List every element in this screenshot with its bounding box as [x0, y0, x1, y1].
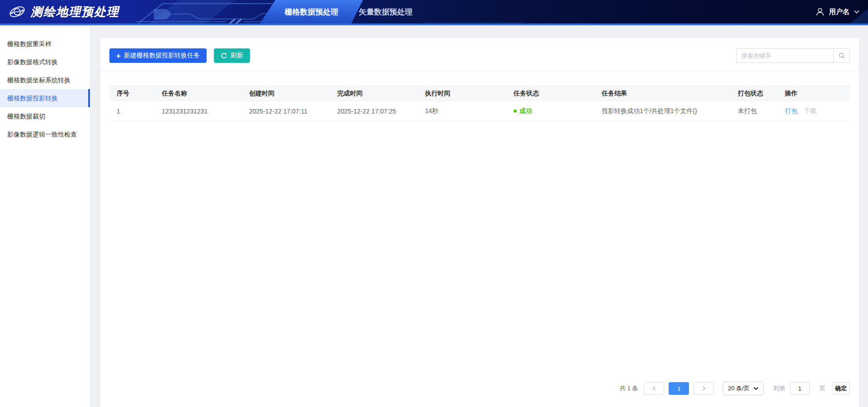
user-icon: [815, 7, 825, 17]
col-index: 序号: [109, 86, 155, 101]
search-input[interactable]: [736, 48, 833, 63]
goto-confirm-button[interactable]: 确定: [832, 382, 850, 395]
status-dot-icon: [514, 109, 517, 113]
search-icon: [838, 52, 845, 59]
col-status: 任务状态: [506, 86, 594, 101]
pagination: 共 1 条 1 20 条/页 到第 页 确定: [109, 382, 850, 395]
brand: 测绘地理预处理: [8, 0, 119, 24]
tab-label: 栅格数据预处理: [285, 7, 339, 17]
cell-duration: 14秒: [418, 101, 506, 121]
cell-actions: 打包 下载: [778, 101, 850, 121]
select-chevron-down-icon: [753, 387, 759, 390]
sidebar-item-image-logic-check[interactable]: 影像数据逻辑一致性检查: [0, 125, 90, 143]
sidebar-item-image-format-convert[interactable]: 影像数据格式转换: [0, 53, 90, 71]
app-header: 测绘地理预处理 栅格数据预处理 矢量数据预处理 用户名: [0, 0, 868, 25]
task-table: 序号 任务名称 创建时间 完成时间 执行时间 任务状态 任务结果 打包状态 操作…: [109, 85, 850, 121]
refresh-icon: [221, 52, 227, 59]
page-number-button[interactable]: 1: [669, 382, 689, 395]
sidebar-item-raster-resample[interactable]: 栅格数据重采样: [0, 35, 90, 53]
refresh-button-label: 刷新: [231, 52, 243, 60]
app-logo-icon: [8, 3, 26, 21]
app-title: 测绘地理预处理: [31, 4, 119, 20]
col-task-name: 任务名称: [155, 86, 242, 101]
tab-vector-preprocessing[interactable]: 矢量数据预处理: [356, 0, 415, 24]
col-result: 任务结果: [594, 86, 731, 101]
download-action-link[interactable]: 下载: [804, 107, 816, 114]
plus-icon: +: [116, 52, 121, 60]
cell-finished-at: 2025-12-22 17:07:25: [330, 101, 418, 121]
cell-index: 1: [109, 101, 155, 121]
page-size-label: 20 条/页: [728, 384, 750, 393]
chevron-down-icon: [854, 9, 860, 14]
new-task-button-label: 新建栅格数据投影转换任务: [124, 52, 200, 60]
prev-page-button[interactable]: [644, 382, 664, 395]
package-action-link[interactable]: 打包: [785, 107, 797, 114]
toolbar: + 新建栅格数据投影转换任务 刷新: [109, 48, 850, 63]
new-task-button[interactable]: + 新建栅格数据投影转换任务: [109, 48, 207, 63]
search-button[interactable]: [833, 48, 850, 63]
cell-created-at: 2025-12-22 17:07:11: [242, 101, 330, 121]
pagination-total: 共 1 条: [620, 384, 638, 393]
table-header-row: 序号 任务名称 创建时间 完成时间 执行时间 任务状态 任务结果 打包状态 操作: [109, 86, 850, 101]
user-name: 用户名: [829, 8, 849, 16]
next-page-button[interactable]: [693, 382, 714, 395]
col-actions: 操作: [778, 86, 850, 101]
task-table-wrap: 序号 任务名称 创建时间 完成时间 执行时间 任务状态 任务结果 打包状态 操作…: [109, 85, 850, 121]
header-circuit-decoration: [0, 0, 868, 24]
tab-raster-preprocessing[interactable]: 栅格数据预处理: [260, 0, 363, 24]
goto-page-prefix: 到第: [774, 384, 785, 393]
col-finished-at: 完成时间: [330, 86, 418, 101]
search-box: [736, 48, 850, 63]
sidebar: 栅格数据重采样 影像数据格式转换 栅格数据坐标系统转换 栅格数据投影转换 栅格数…: [0, 27, 90, 407]
refresh-button[interactable]: 刷新: [214, 48, 250, 63]
page-size-select[interactable]: 20 条/页: [723, 382, 764, 395]
chevron-right-icon: [702, 386, 706, 391]
sidebar-item-raster-projection-convert[interactable]: 栅格数据投影转换: [0, 89, 90, 107]
table-row: 1 1231231231231 2025-12-22 17:07:11 2025…: [109, 101, 850, 121]
col-duration: 执行时间: [418, 86, 506, 101]
cell-package-status: 未打包: [731, 101, 778, 121]
goto-page-suffix: 页: [820, 384, 826, 393]
sidebar-item-raster-coord-convert[interactable]: 栅格数据坐标系统转换: [0, 71, 90, 89]
content-card: + 新建栅格数据投影转换任务 刷新: [100, 38, 859, 407]
tab-label: 矢量数据预处理: [359, 7, 413, 17]
empty-space: [100, 121, 859, 382]
sidebar-item-raster-clip[interactable]: 栅格数据裁切: [0, 107, 90, 125]
cell-status: 成功: [506, 101, 594, 121]
chevron-left-icon: [652, 386, 656, 391]
cell-task-name: 1231231231231: [155, 101, 242, 121]
user-menu[interactable]: 用户名: [815, 0, 860, 24]
status-text: 成功: [519, 107, 532, 115]
col-created-at: 创建时间: [242, 86, 330, 101]
goto-page-input[interactable]: [790, 382, 810, 395]
cell-result: 投影转换成功1个/共处理1个文件(): [594, 101, 731, 121]
toolbar-divider: [100, 71, 859, 72]
col-package-status: 打包状态: [731, 86, 778, 101]
